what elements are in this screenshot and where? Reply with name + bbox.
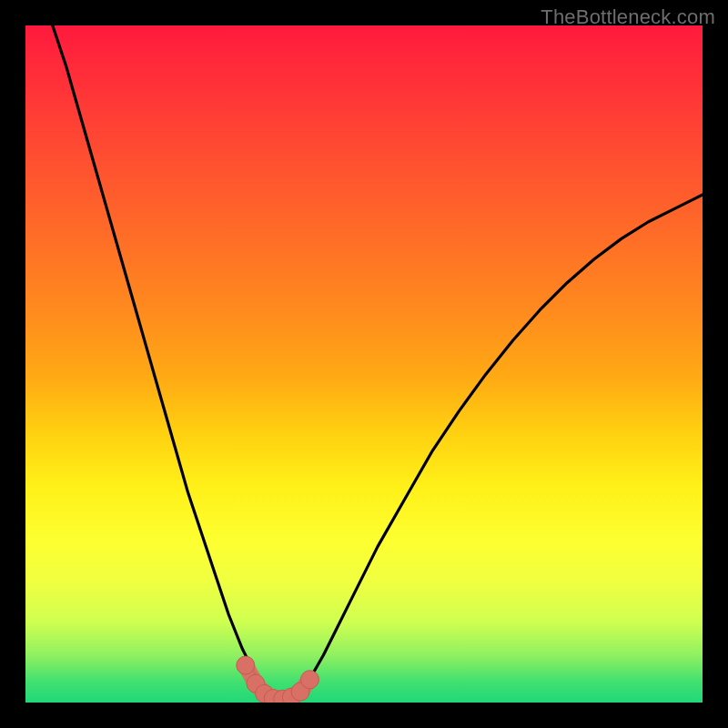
minimum-marker-dot: [300, 671, 318, 689]
watermark-text: TheBottleneck.com: [541, 5, 715, 29]
bottleneck-curve-path: [53, 25, 703, 699]
plot-area: [25, 25, 703, 703]
minimum-marker-dot: [237, 656, 255, 674]
chart-frame: TheBottleneck.com: [0, 0, 728, 728]
chart-svg: [25, 25, 703, 703]
minimum-markers: [237, 656, 319, 703]
bottleneck-curve: [53, 25, 703, 699]
